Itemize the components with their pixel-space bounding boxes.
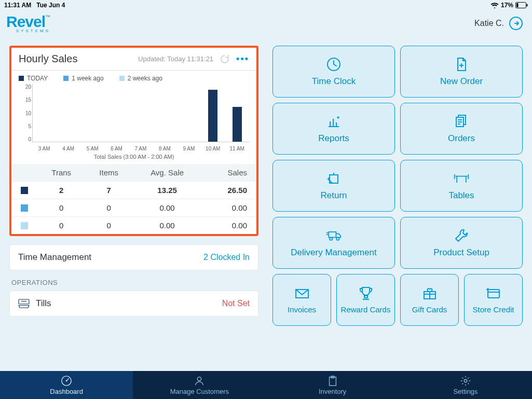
svg-point-16 — [198, 377, 201, 380]
status-battery: 17% — [501, 2, 513, 9]
refresh-icon[interactable] — [220, 54, 230, 64]
svg-rect-13 — [488, 290, 499, 298]
product-setup-button[interactable]: Product Setup — [400, 217, 523, 269]
battery-icon — [515, 2, 528, 8]
hourly-sales-chart: 20 15 10 5 0 3 AM4 AM5 AM6 AM7 AM8 AM9 A… — [19, 84, 249, 152]
hourly-sales-title: Hourly Sales — [19, 53, 77, 65]
tills-card[interactable]: Tills Not Set — [9, 291, 258, 317]
brand-logo: Revel™ SYSTEMS — [6, 14, 50, 33]
return-button[interactable]: Return — [272, 160, 395, 212]
orders-button[interactable]: Orders — [400, 103, 523, 155]
svg-point-15 — [66, 380, 67, 381]
logout-button[interactable] — [509, 17, 523, 30]
bottom-nav: Dashboard Manage Customers Inventory Set… — [0, 371, 532, 399]
user-name: Katie C. — [474, 19, 504, 28]
chart-icon — [326, 114, 342, 129]
gift-cards-button[interactable]: Gift Cards — [400, 274, 459, 326]
gauge-icon — [61, 375, 72, 387]
hourly-sales-updated: Updated: Today 11:31:21 — [138, 55, 213, 63]
gift-icon — [422, 285, 438, 301]
reward-cards-button[interactable]: Reward Cards — [336, 274, 395, 326]
nav-dashboard[interactable]: Dashboard — [0, 371, 133, 399]
app-header: Revel™ SYSTEMS Katie C. — [0, 10, 532, 36]
tables-button[interactable]: Tables — [400, 160, 523, 212]
nav-inventory[interactable]: Inventory — [266, 371, 399, 399]
status-time: 11:31 AM — [4, 2, 31, 9]
wifi-icon — [490, 2, 499, 8]
wrench-icon — [454, 228, 469, 243]
nav-settings[interactable]: Settings — [399, 371, 532, 399]
person-icon — [194, 375, 205, 387]
till-icon — [18, 299, 30, 308]
document-plus-icon — [454, 57, 469, 72]
gear-icon — [460, 375, 471, 387]
credit-card-icon — [486, 285, 501, 301]
clock-icon — [326, 57, 342, 72]
return-icon — [326, 171, 342, 186]
chart-legend: TODAY 1 week ago 2 weeks ago — [11, 71, 256, 82]
svg-point-9 — [330, 238, 332, 240]
svg-rect-1 — [516, 3, 519, 7]
more-button[interactable]: ••• — [236, 53, 249, 64]
status-date: Tue Jun 4 — [36, 2, 65, 9]
svg-point-19 — [464, 379, 467, 382]
time-management-card[interactable]: Time Management 2 Clocked In — [9, 244, 258, 270]
svg-rect-3 — [19, 299, 29, 304]
nav-customers[interactable]: Manage Customers — [133, 371, 266, 399]
time-clock-button[interactable]: Time Clock — [272, 46, 395, 98]
truck-icon — [326, 228, 342, 243]
store-credit-button[interactable]: Store Credit — [464, 274, 523, 326]
svg-point-10 — [336, 238, 339, 240]
table-icon — [454, 171, 469, 186]
svg-rect-2 — [527, 4, 528, 7]
invoices-button[interactable]: Invoices — [272, 274, 331, 326]
operations-label: OPERATIONS — [9, 279, 258, 286]
sales-table: Trans Items Avg. Sale Sales 2713.2526.50… — [11, 164, 256, 234]
documents-icon — [454, 114, 469, 129]
hourly-sales-card: Hourly Sales Updated: Today 11:31:21 •••… — [9, 46, 258, 236]
reports-button[interactable]: Reports — [272, 103, 395, 155]
new-order-button[interactable]: New Order — [400, 46, 523, 98]
svg-rect-8 — [329, 232, 336, 238]
envelope-icon — [294, 285, 310, 301]
clipboard-icon — [327, 375, 338, 387]
trophy-icon — [358, 285, 374, 301]
chart-caption: Total Sales (3:00 AM - 2:00 AM) — [11, 152, 256, 164]
status-bar: 11:31 AM Tue Jun 4 17% — [0, 0, 532, 10]
delivery-management-button[interactable]: Delivery Management — [272, 217, 395, 269]
